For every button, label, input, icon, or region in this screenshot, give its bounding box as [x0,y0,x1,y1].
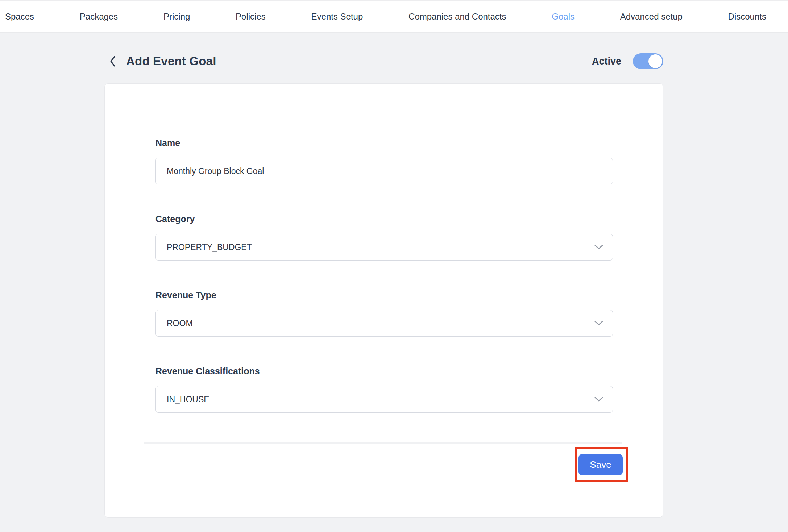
name-field-group: Name [155,137,613,184]
chevron-down-icon [594,245,603,250]
annotation-highlight-box: Save [575,447,628,482]
nav-item-goals[interactable]: Goals [552,12,575,22]
revenue-type-field-group: Revenue Type ROOM [155,290,613,337]
toggle-knob [648,54,662,68]
revenue-type-select-value: ROOM [167,319,193,328]
active-toggle-label: Active [592,56,621,67]
nav-item-events-setup[interactable]: Events Setup [311,12,363,22]
nav-item-spaces[interactable]: Spaces [5,12,34,22]
nav-item-packages[interactable]: Packages [80,12,118,22]
goal-form-card: Name Category PROPERTY_BUDGET Revenue Ty… [104,83,663,518]
category-select[interactable]: PROPERTY_BUDGET [155,234,613,261]
save-button[interactable]: Save [578,454,623,475]
goals-page: Add Event Goal Active Name Category PROP… [104,51,663,518]
nav-item-advanced-setup[interactable]: Advanced setup [620,12,683,22]
category-label: Category [155,213,613,224]
category-field-group: Category PROPERTY_BUDGET [155,213,613,261]
nav-item-pricing[interactable]: Pricing [163,12,190,22]
name-input[interactable] [155,158,613,184]
revenue-classifications-field-group: Revenue Classifications IN_HOUSE [155,366,613,413]
revenue-classifications-label: Revenue Classifications [155,366,613,377]
revenue-classifications-select-value: IN_HOUSE [167,395,210,404]
revenue-classifications-select[interactable]: IN_HOUSE [155,386,613,413]
nav-item-discounts[interactable]: Discounts [728,12,766,22]
header-right: Active [592,53,663,69]
revenue-type-label: Revenue Type [155,290,613,300]
page-title: Add Event Goal [126,54,216,68]
chevron-down-icon [594,321,603,326]
top-nav: Spaces Packages Pricing Policies Events … [0,0,788,33]
chevron-down-icon [594,397,603,402]
back-button[interactable] [109,55,116,67]
page-header: Add Event Goal Active [104,51,663,72]
category-select-value: PROPERTY_BUDGET [167,242,252,252]
name-label: Name [155,137,613,148]
nav-item-companies-and-contacts[interactable]: Companies and Contacts [408,12,506,22]
header-left: Add Event Goal [109,54,216,68]
nav-item-policies[interactable]: Policies [236,12,266,22]
revenue-type-select[interactable]: ROOM [155,310,613,337]
active-toggle[interactable] [633,53,663,69]
form-divider [144,442,622,444]
chevron-left-icon [109,55,116,67]
save-row: Save [155,447,628,482]
